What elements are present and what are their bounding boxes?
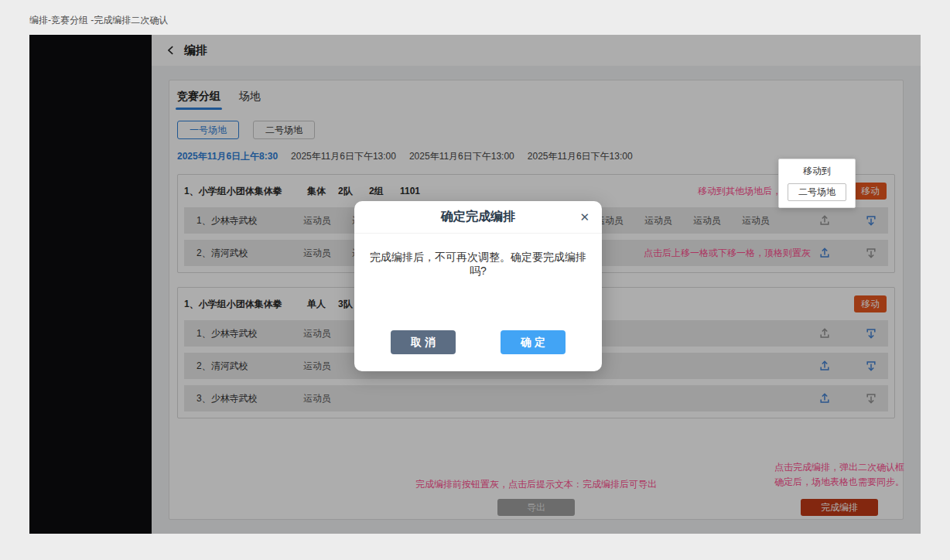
canvas-label: 编排-竞赛分组 -完成编排二次确认 [29, 14, 168, 27]
confirm-dialog-title: 确定完成编排 [441, 209, 515, 225]
confirm-dialog: 确定完成编排 ✕ 完成编排后，不可再次调整。确定要完成编排吗? 取 消 确 定 [354, 201, 602, 371]
confirm-dialog-actions: 取 消 确 定 [354, 330, 602, 354]
cancel-button[interactable]: 取 消 [391, 330, 456, 354]
app-frame: 编排 竞赛分组 场地 一号场地 二号场地 2025年11月6日上午8:30 20… [29, 35, 921, 534]
confirm-dialog-message: 完成编排后，不可再次调整。确定要完成编排吗? [354, 251, 602, 278]
move-to-venue-two-option[interactable]: 二号场地 [788, 183, 846, 201]
confirm-dialog-header: 确定完成编排 ✕ [354, 201, 602, 234]
move-to-label: 移动到 [803, 165, 831, 178]
close-icon[interactable]: ✕ [579, 210, 589, 225]
move-to-popover: 移动到 二号场地 [778, 159, 856, 208]
confirm-button[interactable]: 确 定 [501, 330, 566, 354]
